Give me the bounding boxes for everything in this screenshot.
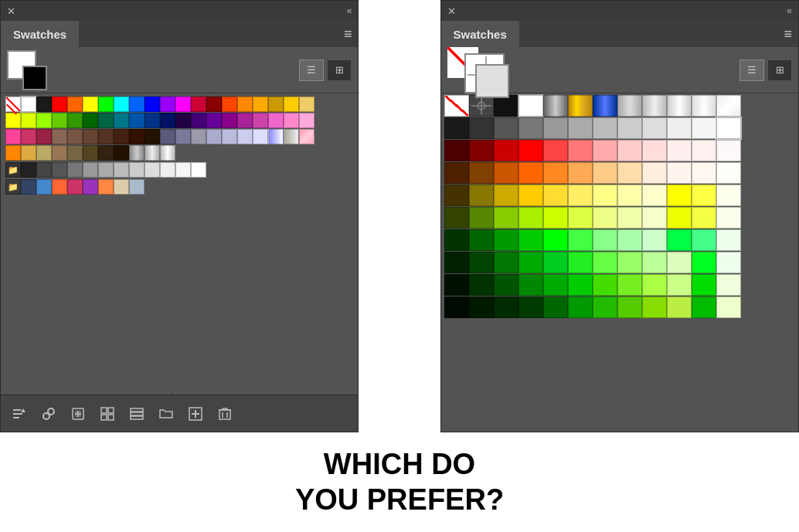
swatch-item[interactable] [568, 117, 593, 139]
link-icon[interactable] [38, 403, 60, 425]
swatch-item[interactable] [494, 140, 518, 161]
swatch-item[interactable] [518, 185, 543, 206]
swatch-item[interactable] [543, 252, 568, 273]
swatch-item[interactable] [21, 129, 36, 144]
swatch-item[interactable] [494, 162, 518, 184]
swatch-item[interactable] [83, 97, 98, 112]
swatch-item[interactable] [160, 97, 175, 112]
swatch-item[interactable] [617, 185, 642, 206]
swatch-item[interactable] [191, 97, 206, 112]
swatch-item[interactable] [52, 145, 67, 161]
swatch-item[interactable] [642, 95, 667, 117]
swatch-item[interactable] [444, 162, 469, 184]
folder-icon[interactable] [155, 403, 177, 425]
swatch-item[interactable] [543, 162, 568, 184]
swatch-item[interactable] [667, 274, 692, 296]
swatch-item[interactable] [642, 252, 667, 273]
swatch-item[interactable] [469, 162, 494, 184]
swatch-item[interactable] [568, 140, 593, 161]
swatch-item[interactable] [5, 145, 21, 161]
swatch-item[interactable] [444, 296, 469, 318]
swatch-item[interactable] [518, 117, 543, 139]
swatch-item[interactable] [5, 113, 21, 128]
swatch-item[interactable] [593, 117, 617, 139]
swatch-item[interactable] [237, 129, 253, 144]
swatch-item[interactable] [716, 95, 741, 117]
swatch-item[interactable] [284, 113, 299, 128]
swatch-item[interactable] [494, 252, 518, 273]
swatch-item[interactable] [144, 97, 160, 112]
swatch-item[interactable] [129, 113, 144, 128]
swatch-item[interactable] [36, 179, 52, 195]
swatch-item[interactable] [222, 129, 237, 144]
swatch-item[interactable] [160, 145, 175, 161]
swatch-item[interactable] [568, 296, 593, 318]
swatch-item[interactable] [160, 162, 175, 178]
swatch-item[interactable] [518, 274, 543, 296]
swatch-item[interactable] [494, 95, 518, 117]
swatch-item[interactable] [67, 179, 83, 195]
swatch-item[interactable] [444, 207, 469, 229]
swatch-item[interactable] [667, 117, 692, 139]
swatch-item[interactable] [237, 113, 253, 128]
swatch-item[interactable] [160, 113, 175, 128]
swatch-item[interactable] [144, 145, 160, 161]
right-grid-view-btn[interactable]: ⊞ [767, 59, 792, 81]
swatch-item[interactable] [67, 129, 83, 144]
swatch-item[interactable] [667, 185, 692, 206]
swatch-item[interactable] [67, 162, 83, 178]
swatch-item[interactable] [175, 113, 191, 128]
swatch-item[interactable] [617, 95, 642, 117]
swatch-item[interactable] [52, 97, 67, 112]
swatch-item[interactable] [222, 113, 237, 128]
swatch-item[interactable] [469, 185, 494, 206]
swatch-item[interactable] [568, 207, 593, 229]
swatch-item[interactable] [191, 129, 206, 144]
delete-icon[interactable] [214, 403, 236, 425]
swatch-item[interactable] [642, 207, 667, 229]
swatch-item[interactable] [175, 97, 191, 112]
swatch-item[interactable] [268, 97, 284, 112]
swatch-item[interactable] [144, 162, 160, 178]
swatch-item[interactable] [568, 162, 593, 184]
import-icon[interactable] [67, 403, 89, 425]
swatch-item[interactable] [568, 185, 593, 206]
swatch-item[interactable] [83, 145, 98, 161]
swatch-item[interactable] [191, 113, 206, 128]
left-list-view-btn[interactable]: ☰ [299, 59, 324, 81]
swatch-item[interactable] [469, 296, 494, 318]
swatch-item[interactable] [36, 97, 52, 112]
swatch-item[interactable] [5, 129, 21, 144]
swatch-crosshair[interactable] [469, 95, 494, 117]
swatch-item[interactable] [284, 129, 299, 144]
swatch-item[interactable] [129, 162, 144, 178]
swatch-item[interactable] [692, 185, 716, 206]
list-icon[interactable] [126, 403, 148, 425]
swatch-item[interactable] [692, 229, 716, 251]
swatch-item[interactable] [593, 296, 617, 318]
swatch-folder[interactable]: 📁 [5, 179, 21, 195]
swatch-item[interactable] [642, 140, 667, 161]
swatch-item[interactable] [36, 162, 52, 178]
swatch-item[interactable] [114, 145, 129, 161]
swatch-item[interactable] [494, 274, 518, 296]
swatch-item[interactable] [667, 296, 692, 318]
swatch-item[interactable] [129, 179, 144, 195]
swatch-item[interactable] [543, 185, 568, 206]
swatch-item[interactable] [642, 162, 667, 184]
swatch-item[interactable] [543, 117, 568, 139]
swatch-item[interactable] [175, 162, 191, 178]
swatch-item[interactable] [129, 145, 144, 161]
swatch-item[interactable] [543, 207, 568, 229]
swatch-item[interactable] [253, 129, 268, 144]
swatch-item[interactable] [593, 229, 617, 251]
swatch-item[interactable] [543, 296, 568, 318]
swatch-item[interactable] [617, 117, 642, 139]
swatch-item[interactable] [206, 97, 222, 112]
swatch-item[interactable] [593, 207, 617, 229]
right-panel-title-tab[interactable]: Swatches [441, 21, 519, 47]
swatch-item[interactable] [716, 117, 741, 139]
right-close-icon[interactable]: ✕ [447, 5, 456, 17]
swatch-item[interactable] [518, 162, 543, 184]
swatch-item[interactable] [642, 229, 667, 251]
